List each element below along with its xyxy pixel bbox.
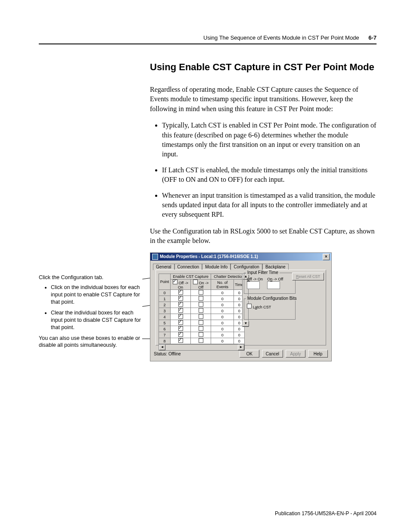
cell-events: 0 <box>211 302 234 308</box>
lead-in-paragraph: Use the Configuration tab in RSLogix 500… <box>150 227 377 246</box>
table-row: 500 <box>159 320 245 326</box>
dialog-window: Module Properties - Local:1 (1756-IH16IS… <box>150 252 332 361</box>
col-off-on[interactable]: Off -> On <box>171 280 191 290</box>
checkbox-off-on[interactable] <box>178 320 183 325</box>
checkbox-latch-cst[interactable] <box>247 304 252 308</box>
intro-paragraph: Regardless of operating mode, Enable CST… <box>150 85 377 114</box>
cell-on-off[interactable] <box>191 290 211 296</box>
points-grid[interactable]: Point Enable CST Capture Chatter Detecti… <box>159 274 245 344</box>
checkbox-on-off[interactable] <box>199 320 203 325</box>
scroll-down-button[interactable]: ▼ <box>243 321 249 327</box>
checkbox-all-off-on[interactable] <box>173 280 177 284</box>
tab-general[interactable]: General <box>153 264 174 270</box>
table-row: 000 <box>159 290 245 296</box>
cell-events: 0 <box>211 332 234 338</box>
cell-events: 0 <box>211 338 234 344</box>
table-row: 100 <box>159 296 245 302</box>
bullet-item: Typically, Latch CST is enabled in CST P… <box>162 121 377 159</box>
checkbox-on-off[interactable] <box>199 308 203 313</box>
checkbox-off-on[interactable] <box>178 308 183 313</box>
checkbox-on-off[interactable] <box>199 326 203 331</box>
callout-text: Click the Configuration tab. Click on th… <box>39 274 142 349</box>
checkbox-on-off[interactable] <box>199 302 203 307</box>
cell-events: 0 <box>211 296 234 302</box>
cell-events: 0 <box>211 290 234 296</box>
checkbox-off-on[interactable] <box>178 302 183 307</box>
help-button[interactable]: Help <box>308 350 328 358</box>
cell-events: 0 <box>211 326 234 332</box>
checkbox-off-on[interactable] <box>178 332 183 337</box>
tab-panel-configuration: Point Enable CST Capture Chatter Detecti… <box>156 270 326 345</box>
callout-item: Clear the individual boxes for each inpu… <box>51 309 142 331</box>
row-index: 4 <box>159 314 171 320</box>
tab-configuration[interactable]: Configuration <box>230 264 262 270</box>
cancel-button[interactable]: Cancel <box>262 350 283 358</box>
col-no-events: No. of Events <box>211 280 234 290</box>
cell-on-off[interactable] <box>191 308 211 314</box>
spinner-on-off[interactable] <box>267 281 280 289</box>
close-button[interactable]: × <box>323 254 330 260</box>
group-label: Module Configuration Bits <box>246 296 298 301</box>
tab-strip: General Connection Module Info Configura… <box>153 263 329 270</box>
checkbox-off-on[interactable] <box>178 290 183 295</box>
checkbox-on-off[interactable] <box>199 332 203 337</box>
ok-button[interactable]: OK <box>240 350 259 358</box>
table-row: 200 <box>159 302 245 308</box>
dialog-titlebar[interactable]: Module Properties - Local:1 (1756-IH16IS… <box>150 253 331 261</box>
running-head-text: Using The Sequence of Events Module in C… <box>203 34 359 41</box>
cell-on-off[interactable] <box>191 302 211 308</box>
callout-outro: You can also use these boxes to enable o… <box>39 335 142 349</box>
reset-all-cst-button[interactable]: Reset All CST <box>292 273 324 280</box>
cell-on-off[interactable] <box>191 326 211 332</box>
group-module-config-bits: Module Configuration Bits Latch CST <box>244 299 296 320</box>
row-index: 6 <box>159 326 171 332</box>
group-label: Input Filter Time <box>246 270 280 275</box>
app-icon <box>152 254 158 260</box>
spinner-off-on[interactable] <box>247 281 260 289</box>
group-input-filter-time: Input Filter Time Off -> On On -> Off <box>244 273 296 294</box>
row-index: 5 <box>159 320 171 326</box>
table-row: 700 <box>159 332 245 338</box>
checkbox-on-off[interactable] <box>199 338 203 343</box>
cell-events: 0 <box>211 314 234 320</box>
row-index: 1 <box>159 296 171 302</box>
checkbox-all-on-off[interactable] <box>193 280 198 284</box>
col-cst-capture: Enable CST Capture <box>171 274 211 280</box>
cell-on-off[interactable] <box>191 338 211 344</box>
cell-on-off[interactable] <box>191 296 211 302</box>
cell-events: 0 <box>211 308 234 314</box>
apply-button[interactable]: Apply <box>286 350 305 358</box>
cell-off-on[interactable] <box>171 338 191 344</box>
bullet-list: Typically, Latch CST is enabled in CST P… <box>150 121 377 220</box>
tab-backplane[interactable]: Backplane <box>262 264 289 270</box>
bullet-item: Whenever an input transition is timestam… <box>162 191 377 220</box>
table-row: 300 <box>159 308 245 314</box>
table-row: 600 <box>159 326 245 332</box>
row-index: 7 <box>159 332 171 338</box>
checkbox-off-on[interactable] <box>178 338 183 343</box>
checkbox-on-off[interactable] <box>199 290 203 295</box>
tab-module-info[interactable]: Module Info <box>202 264 230 270</box>
checkbox-off-on[interactable] <box>178 314 183 319</box>
row-index: 2 <box>159 302 171 308</box>
checkbox-off-on[interactable] <box>178 296 183 301</box>
col-on-off[interactable]: On -> Off <box>191 280 211 290</box>
horizontal-scrollbar[interactable]: ◄ ► <box>159 344 245 351</box>
cell-on-off[interactable] <box>191 320 211 326</box>
scroll-right-button[interactable]: ► <box>238 345 244 350</box>
publication-footer: Publication 1756-UM528A-EN-P - April 200… <box>275 510 377 516</box>
checkbox-on-off[interactable] <box>199 296 203 301</box>
tab-connection[interactable]: Connection <box>174 264 202 270</box>
header-rule <box>39 44 377 44</box>
scroll-left-button[interactable]: ◄ <box>159 345 165 350</box>
dialog-title: Module Properties - Local:1 (1756-IH16IS… <box>160 253 258 261</box>
cell-on-off[interactable] <box>191 314 211 320</box>
cell-on-off[interactable] <box>191 332 211 338</box>
status-text: Status: Offline <box>154 352 181 356</box>
checkbox-off-on[interactable] <box>178 326 183 331</box>
col-point: Point <box>159 274 171 290</box>
page-number: 6-7 <box>368 34 377 41</box>
row-index: 8 <box>159 338 171 344</box>
callout-intro: Click the Configuration tab. <box>39 274 142 281</box>
checkbox-on-off[interactable] <box>199 314 203 319</box>
